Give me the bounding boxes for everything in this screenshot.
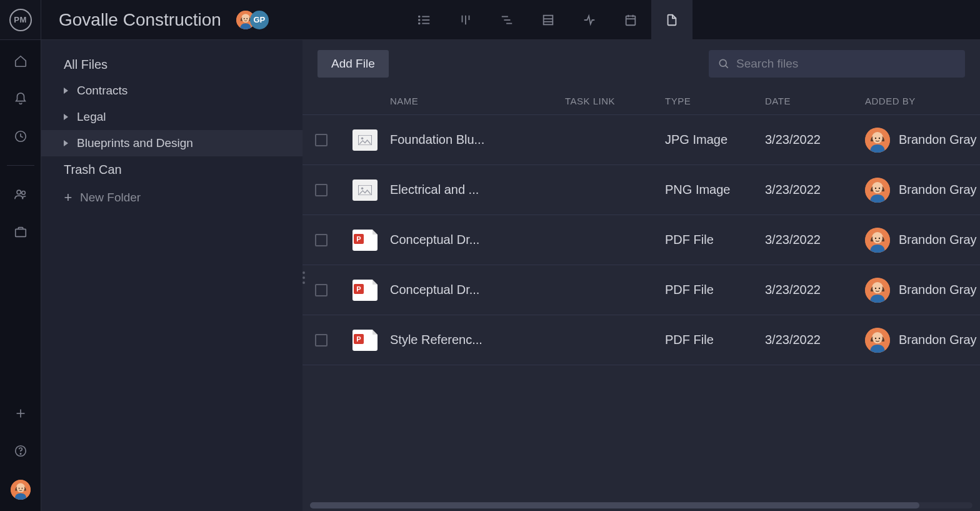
team-icon[interactable] bbox=[12, 186, 29, 203]
current-user-avatar[interactable] bbox=[11, 480, 31, 500]
search-input[interactable] bbox=[736, 57, 956, 71]
file-added-by: Brandon Gray bbox=[865, 278, 980, 303]
tree-label: Contracts bbox=[77, 84, 128, 98]
table-view-icon[interactable] bbox=[528, 0, 569, 40]
file-thumbnail bbox=[352, 180, 378, 201]
file-type: PDF File bbox=[665, 333, 765, 347]
svg-point-34 bbox=[719, 59, 726, 66]
file-type: PNG Image bbox=[665, 183, 765, 197]
project-title: Govalle Construction bbox=[59, 10, 221, 30]
add-icon[interactable] bbox=[12, 405, 29, 422]
view-switcher bbox=[404, 0, 980, 40]
col-type[interactable]: TYPE bbox=[665, 96, 765, 106]
svg-point-33 bbox=[20, 453, 21, 454]
file-thumbnail bbox=[352, 330, 378, 351]
file-added-by: Brandon Gray bbox=[865, 228, 980, 253]
file-table: NAME TASK LINK TYPE DATE ADDED BY SIZE F… bbox=[302, 88, 980, 502]
added-by-name: Brandon Gray bbox=[899, 283, 977, 297]
folder-sidebar: All Files Contracts Legal Blueprints and… bbox=[41, 40, 302, 511]
tree-all-files[interactable]: All Files bbox=[41, 51, 302, 78]
calendar-view-icon[interactable] bbox=[610, 0, 651, 40]
added-by-name: Brandon Gray bbox=[899, 183, 977, 197]
notifications-icon[interactable] bbox=[12, 90, 29, 108]
file-date: 3/23/2022 bbox=[765, 133, 865, 147]
table-row[interactable]: Electrical and ... PNG Image 3/23/2022 B… bbox=[302, 165, 980, 215]
search-box[interactable] bbox=[709, 50, 965, 78]
svg-rect-22 bbox=[626, 16, 636, 25]
col-added-by[interactable]: ADDED BY bbox=[865, 96, 980, 106]
svg-point-11 bbox=[419, 19, 420, 21]
search-icon bbox=[718, 58, 730, 70]
tree-folder-legal[interactable]: Legal bbox=[41, 104, 302, 130]
help-icon[interactable] bbox=[12, 442, 29, 460]
board-view-icon[interactable] bbox=[445, 0, 486, 40]
table-row[interactable]: Conceptual Dr... PDF File 3/23/2022 Bran… bbox=[302, 265, 980, 315]
horizontal-scrollbar[interactable] bbox=[310, 502, 972, 508]
file-thumbnail bbox=[352, 230, 378, 251]
tree-label: All Files bbox=[64, 58, 108, 72]
added-by-name: Brandon Gray bbox=[899, 133, 977, 147]
sidebar-resize-handle[interactable] bbox=[302, 271, 305, 284]
chevron-right-icon bbox=[64, 88, 68, 94]
new-folder-button[interactable]: + New Folder bbox=[41, 183, 302, 209]
home-icon[interactable] bbox=[12, 53, 29, 70]
row-checkbox[interactable] bbox=[315, 334, 328, 347]
svg-point-27 bbox=[17, 190, 21, 194]
file-date: 3/23/2022 bbox=[765, 283, 865, 297]
row-checkbox[interactable] bbox=[315, 284, 328, 296]
avatar-user-2: GP bbox=[250, 11, 269, 29]
file-type: JPG Image bbox=[665, 133, 765, 147]
nav-rail bbox=[0, 40, 41, 511]
table-row[interactable]: Foundation Blu... JPG Image 3/23/2022 Br… bbox=[302, 115, 980, 165]
table-row[interactable]: Style Referenc... PDF File 3/23/2022 Bra… bbox=[302, 315, 980, 365]
svg-point-12 bbox=[419, 23, 420, 24]
avatar-icon bbox=[865, 228, 890, 253]
scrollbar-thumb[interactable] bbox=[310, 502, 919, 508]
file-type: PDF File bbox=[665, 233, 765, 247]
files-view-icon[interactable] bbox=[651, 0, 692, 40]
app-logo[interactable]: PM bbox=[0, 0, 41, 40]
table-row[interactable]: Conceptual Dr... PDF File 3/23/2022 Bran… bbox=[302, 215, 980, 265]
avatar-icon bbox=[865, 328, 890, 353]
file-name: Foundation Blu... bbox=[390, 133, 565, 147]
list-view-icon[interactable] bbox=[404, 0, 445, 40]
tree-label: Blueprints and Design bbox=[77, 136, 193, 150]
tree-folder-contracts[interactable]: Contracts bbox=[41, 78, 302, 104]
row-checkbox[interactable] bbox=[315, 184, 328, 196]
file-name: Electrical and ... bbox=[390, 183, 565, 197]
tree-folder-blueprints[interactable]: Blueprints and Design bbox=[41, 130, 302, 156]
file-name: Style Referenc... bbox=[390, 333, 565, 347]
file-added-by: Brandon Gray bbox=[865, 178, 980, 203]
svg-point-28 bbox=[21, 191, 25, 195]
file-name: Conceptual Dr... bbox=[390, 283, 565, 297]
row-checkbox[interactable] bbox=[315, 234, 328, 246]
col-task-link[interactable]: TASK LINK bbox=[565, 96, 665, 106]
table-header: NAME TASK LINK TYPE DATE ADDED BY SIZE bbox=[302, 88, 980, 115]
file-type: PDF File bbox=[665, 283, 765, 297]
pm-logo-text: PM bbox=[9, 9, 32, 31]
file-name: Conceptual Dr... bbox=[390, 233, 565, 247]
plus-icon: + bbox=[64, 190, 72, 206]
added-by-name: Brandon Gray bbox=[899, 233, 977, 247]
row-checkbox[interactable] bbox=[315, 134, 328, 146]
col-name[interactable]: NAME bbox=[390, 96, 565, 106]
chevron-right-icon bbox=[64, 114, 68, 120]
rail-divider bbox=[7, 165, 34, 166]
svg-rect-29 bbox=[15, 229, 26, 236]
svg-point-10 bbox=[419, 16, 420, 17]
svg-rect-19 bbox=[544, 15, 553, 24]
main-panel: Add File NAME TASK LINK TYPE DATE ADDED … bbox=[302, 40, 980, 511]
file-added-by: Brandon Gray bbox=[865, 128, 980, 153]
member-avatars[interactable]: GP bbox=[236, 11, 269, 29]
files-toolbar: Add File bbox=[302, 40, 980, 88]
recent-icon[interactable] bbox=[12, 128, 29, 145]
col-date[interactable]: DATE bbox=[765, 96, 865, 106]
gantt-view-icon[interactable] bbox=[486, 0, 528, 40]
avatar-icon bbox=[865, 278, 890, 303]
tree-trash[interactable]: Trash Can bbox=[41, 156, 302, 183]
add-file-button[interactable]: Add File bbox=[318, 50, 389, 78]
file-added-by: Brandon Gray bbox=[865, 328, 980, 353]
activity-view-icon[interactable] bbox=[569, 0, 610, 40]
portfolio-icon[interactable] bbox=[12, 223, 29, 241]
new-folder-label: New Folder bbox=[80, 191, 141, 205]
